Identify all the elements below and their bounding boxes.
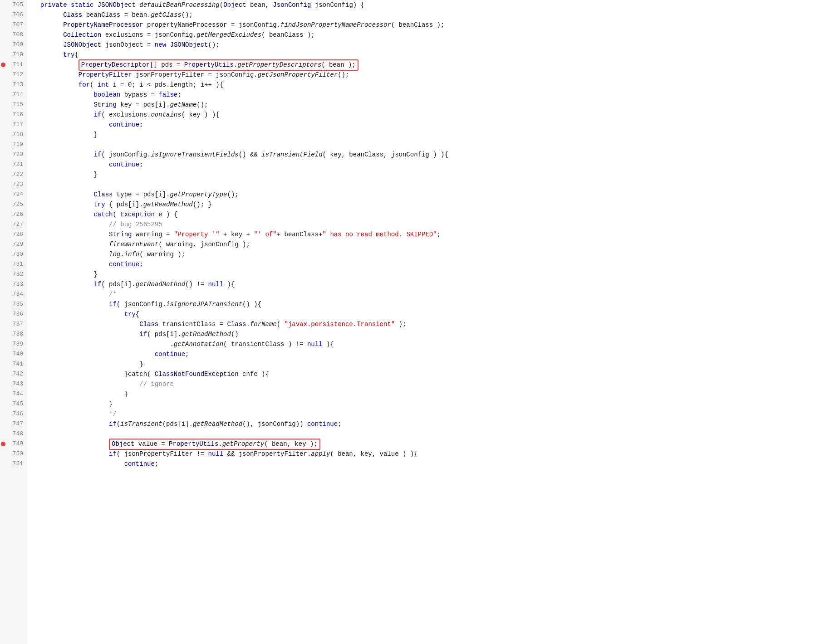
line-numbers: 705 706 707 708 709 710 bbox=[0, 0, 27, 469]
code-line-738: if( pds[i].getReadMethod() bbox=[33, 329, 825, 339]
code-line-712: PropertyFilter jsonPropertyFilter = json… bbox=[33, 70, 825, 80]
code-line-734: /* bbox=[33, 289, 825, 299]
code-line-711: PropertyDescriptor[] pds = PropertyUtils… bbox=[33, 60, 825, 70]
line-row-744: 744 bbox=[0, 389, 27, 399]
line-row-718: 718 bbox=[0, 130, 27, 140]
code-line-722: } bbox=[33, 170, 825, 180]
code-line-715: String key = pds[i].getName(); bbox=[33, 100, 825, 110]
line-row-740: 740 bbox=[0, 349, 27, 359]
code-line-732: } bbox=[33, 269, 825, 279]
line-row-750: 750 bbox=[0, 449, 27, 459]
line-row-749: 749 bbox=[0, 439, 27, 449]
code-line-733: if( pds[i].getReadMethod() != null ){ bbox=[33, 279, 825, 289]
code-line-709: JSONObject jsonObject = new JSONObject()… bbox=[33, 40, 825, 50]
code-line-708: Collection exclusions = jsonConfig.getMe… bbox=[33, 30, 825, 40]
code-line-716: if( exclusions.contains( key ) ){ bbox=[33, 110, 825, 120]
code-line-749: Object value = PropertyUtils.getProperty… bbox=[33, 439, 825, 449]
line-row-729: 729 bbox=[0, 239, 27, 249]
code-line-721: continue; bbox=[33, 160, 825, 170]
line-row-720: 720 bbox=[0, 150, 27, 160]
code-line-750: if( jsonPropertyFilter != null && jsonPr… bbox=[33, 449, 825, 459]
line-row-727: 727 bbox=[0, 220, 27, 229]
line-row-748: 748 bbox=[0, 429, 27, 439]
line-row-722: 722 bbox=[0, 170, 27, 180]
line-row-743: 743 bbox=[0, 379, 27, 389]
code-line-746: */ bbox=[33, 409, 825, 419]
line-row-738: 738 bbox=[0, 329, 27, 339]
line-row-716: 716 bbox=[0, 110, 27, 120]
gutter: 705 706 707 708 709 710 bbox=[0, 0, 27, 644]
code-line-736: try{ bbox=[33, 309, 825, 319]
code-line-737: Class transientClass = Class.forName( "j… bbox=[33, 319, 825, 329]
code-content: private static JSONObject defaultBeanPro… bbox=[27, 0, 825, 644]
code-line-713: for( int i = 0; i < pds.length; i++ ){ bbox=[33, 80, 825, 90]
code-line-740: continue; bbox=[33, 349, 825, 359]
code-line-723 bbox=[33, 180, 825, 190]
code-line-748 bbox=[33, 429, 825, 439]
line-row-739: 739 bbox=[0, 339, 27, 349]
code-line-747: if(isTransient(pds[i].getReadMethod(), j… bbox=[33, 419, 825, 429]
line-row-741: 741 bbox=[0, 359, 27, 369]
code-line-717: continue; bbox=[33, 120, 825, 130]
line-row-708: 708 bbox=[0, 30, 27, 40]
line-row-735: 735 bbox=[0, 299, 27, 309]
line-row-747: 747 bbox=[0, 419, 27, 429]
code-line-710: try{ bbox=[33, 50, 825, 60]
line-row-730: 730 bbox=[0, 249, 27, 259]
line-row-705: 705 bbox=[0, 0, 27, 10]
line-row-732: 732 bbox=[0, 269, 27, 279]
line-row-725: 725 bbox=[0, 200, 27, 210]
code-line-729: fireWarnEvent( warning, jsonConfig ); bbox=[33, 239, 825, 249]
code-line-719 bbox=[33, 140, 825, 150]
code-line-725: try { pds[i].getReadMethod(); } bbox=[33, 200, 825, 210]
code-line-745: } bbox=[33, 399, 825, 409]
line-row-723: 723 bbox=[0, 180, 27, 190]
line-row-728: 728 bbox=[0, 229, 27, 239]
code-line-714: boolean bypass = false; bbox=[33, 90, 825, 100]
code-line-706: Class beanClass = bean.getClass(); bbox=[33, 10, 825, 20]
line-row-731: 731 bbox=[0, 259, 27, 269]
line-row-714: 714 bbox=[0, 90, 27, 100]
line-row-751: 751 bbox=[0, 459, 27, 469]
code-line-742: }catch( ClassNotFoundException cnfe ){ bbox=[33, 369, 825, 379]
code-line-724: Class type = pds[i].getPropertyType(); bbox=[33, 190, 825, 200]
line-row-719: 719 bbox=[0, 140, 27, 150]
line-row-710: 710 bbox=[0, 50, 27, 60]
line-row-746: 746 bbox=[0, 409, 27, 419]
line-row-715: 715 bbox=[0, 100, 27, 110]
code-line-726: catch( Exception e ) { bbox=[33, 210, 825, 220]
code-line-743: // ignore bbox=[33, 379, 825, 389]
code-line-727: // bug 2565295 bbox=[33, 220, 825, 229]
line-row-724: 724 bbox=[0, 190, 27, 200]
line-row-745: 745 bbox=[0, 399, 27, 409]
line-row-733: 733 bbox=[0, 279, 27, 289]
line-row-726: 726 bbox=[0, 210, 27, 220]
code-line-739: .getAnnotation( transientClass ) != null… bbox=[33, 339, 825, 349]
code-line-751: continue; bbox=[33, 459, 825, 469]
line-row-713: 713 bbox=[0, 80, 27, 90]
code-line-718: } bbox=[33, 130, 825, 140]
line-row-742: 742 bbox=[0, 369, 27, 379]
code-line-707: PropertyNameProcessor propertyNameProces… bbox=[33, 20, 825, 30]
code-editor: 705 706 707 708 709 710 bbox=[0, 0, 825, 644]
code-line-705: private static JSONObject defaultBeanPro… bbox=[33, 0, 825, 10]
code-line-731: continue; bbox=[33, 259, 825, 269]
line-row-736: 736 bbox=[0, 309, 27, 319]
line-row-711: 711 bbox=[0, 60, 27, 70]
line-row-706: 706 bbox=[0, 10, 27, 20]
line-row-734: 734 bbox=[0, 289, 27, 299]
line-row-721: 721 bbox=[0, 160, 27, 170]
line-row-717: 717 bbox=[0, 120, 27, 130]
code-line-720: if( jsonConfig.isIgnoreTransientFields()… bbox=[33, 150, 825, 160]
code-line-735: if( jsonConfig.isIgnoreJPATransient() ){ bbox=[33, 299, 825, 309]
code-line-741: } bbox=[33, 359, 825, 369]
line-row-707: 707 bbox=[0, 20, 27, 30]
line-row-709: 709 bbox=[0, 40, 27, 50]
code-line-728: String warning = "Property '" + key + "'… bbox=[33, 229, 825, 239]
line-row-712: 712 bbox=[0, 70, 27, 80]
code-line-744: } bbox=[33, 389, 825, 399]
line-row-737: 737 bbox=[0, 319, 27, 329]
code-line-730: log.info( warning ); bbox=[33, 249, 825, 259]
